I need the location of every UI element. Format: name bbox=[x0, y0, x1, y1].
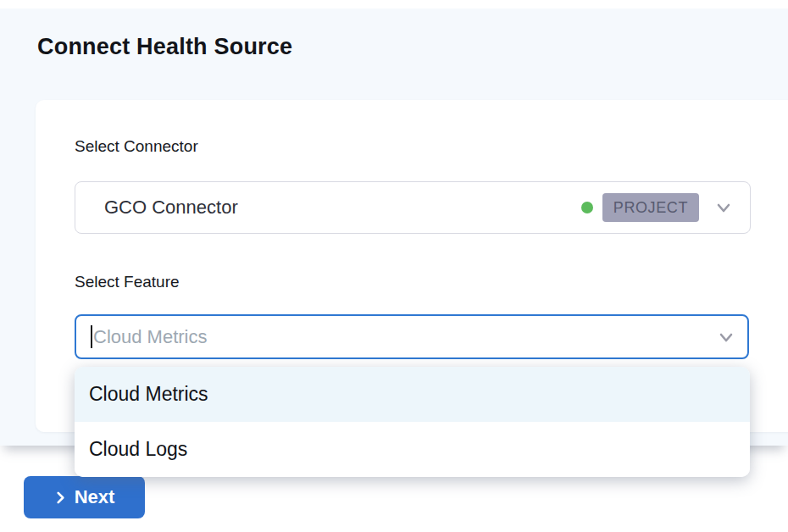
connector-scope-badge: PROJECT bbox=[602, 193, 699, 222]
chevron-down-icon[interactable] bbox=[716, 327, 736, 347]
feature-select-field bbox=[75, 314, 749, 359]
chevron-right-icon bbox=[54, 491, 67, 504]
status-dot-icon bbox=[581, 202, 593, 213]
chevron-down-icon[interactable] bbox=[713, 197, 734, 218]
select-feature-label: Select Feature bbox=[75, 273, 180, 291]
connector-select-value: GCO Connector bbox=[104, 197, 581, 219]
text-caret bbox=[91, 325, 92, 348]
next-button-label: Next bbox=[75, 486, 115, 508]
next-button[interactable]: Next bbox=[24, 476, 145, 518]
feature-select-input[interactable] bbox=[75, 314, 749, 359]
select-connector-label: Select Connector bbox=[75, 137, 198, 156]
page-title: Connect Health Source bbox=[37, 34, 292, 60]
connector-select[interactable]: GCO Connector PROJECT bbox=[75, 181, 751, 234]
dropdown-option-cloud-metrics[interactable]: Cloud Metrics bbox=[75, 367, 750, 422]
dropdown-option-cloud-logs[interactable]: Cloud Logs bbox=[75, 422, 750, 477]
feature-dropdown-menu: Cloud Metrics Cloud Logs bbox=[75, 367, 750, 477]
